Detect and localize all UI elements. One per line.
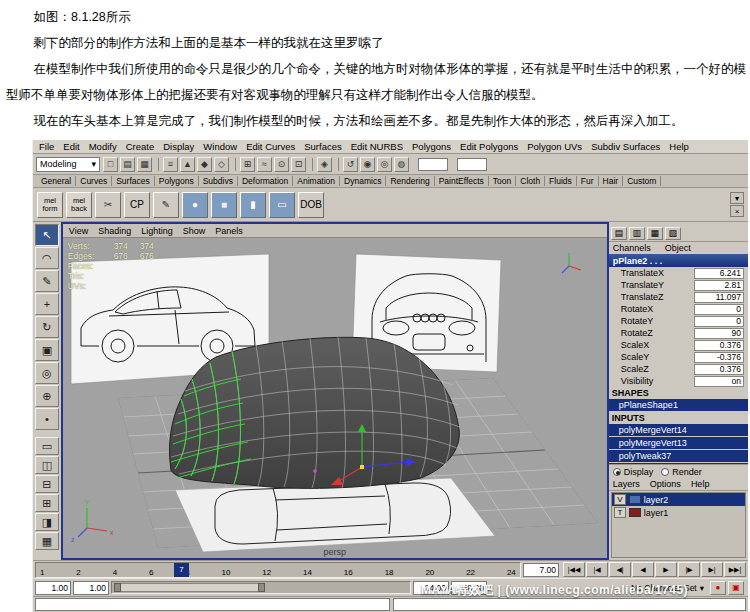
menu-item[interactable]: Polygons (412, 141, 451, 152)
paint-select-tool[interactable]: ✎ (35, 270, 59, 292)
select-tool[interactable]: ↖ (35, 224, 59, 246)
menu-item[interactable]: File (39, 141, 54, 152)
panel-menu-item[interactable]: Panels (215, 226, 243, 236)
menu-item[interactable]: Edit Curves (246, 141, 295, 152)
input-node[interactable]: polyTweak37 (609, 450, 748, 462)
car-mesh[interactable] (169, 337, 460, 488)
viewport-canvas[interactable]: y x z Verts: 374 374 (63, 238, 607, 558)
playback-range-bar[interactable] (114, 583, 263, 592)
channel-row[interactable]: ScaleX 0.376 (609, 339, 748, 351)
make-live-icon[interactable]: ◈ (317, 157, 332, 172)
layout-single-pane-button[interactable]: ▭ (35, 437, 59, 455)
shelf-tab[interactable]: Rendering (386, 176, 434, 186)
range-handle-left[interactable] (114, 583, 121, 592)
layout-two-pane-side-button[interactable]: ◫ (35, 456, 59, 474)
construction-history-icon[interactable]: ↺ (343, 157, 358, 172)
channel-value-field[interactable]: 0 (694, 316, 744, 327)
shelf-tab[interactable]: Polygons (155, 176, 199, 186)
mel-back-button[interactable]: mel back (66, 192, 92, 218)
shelf-tab[interactable]: Hair (599, 176, 624, 186)
shelf-tab[interactable]: Fluids (545, 176, 577, 186)
channel-row[interactable]: TranslateY 2.81 (609, 279, 748, 291)
open-scene-icon[interactable]: ▤ (120, 157, 135, 172)
layer-visibility-toggle[interactable]: V (614, 494, 626, 505)
panel-menu-item[interactable]: Lighting (141, 226, 173, 236)
save-scene-icon[interactable]: ▦ (137, 157, 152, 172)
render-globals-icon[interactable]: ◍ (394, 157, 409, 172)
current-frame-marker[interactable]: 7 (174, 563, 189, 577)
display-radio[interactable]: Display (613, 467, 654, 477)
shape-node[interactable]: pPlaneShape1 (609, 399, 748, 411)
shelf-tab[interactable]: Animation (293, 176, 340, 186)
channel-value-field[interactable]: 2.81 (694, 280, 744, 291)
sphere-primitive-icon[interactable]: ● (182, 192, 208, 218)
layout-outliner-persp-button[interactable]: ◨ (35, 513, 59, 531)
render-radio[interactable]: Render (661, 467, 702, 477)
channel-row[interactable]: RotateZ 90 (609, 327, 748, 339)
current-time-field[interactable]: 7.00 (523, 563, 559, 577)
auto-keyframe-button[interactable]: ● (710, 581, 726, 595)
animation-preferences-button[interactable]: ▣ (728, 581, 744, 595)
channel-value-field[interactable]: 0.376 (694, 364, 744, 375)
menu-set-selector[interactable]: Modeling ▾ (36, 157, 100, 172)
playback-start-field[interactable]: 1.00 (73, 581, 109, 595)
shelf-tab[interactable]: PaintEffects (435, 176, 489, 186)
rotate-tool[interactable]: ↻ (35, 316, 59, 338)
menu-item[interactable]: Edit NURBS (351, 141, 403, 152)
range-slider[interactable] (111, 581, 411, 594)
channel-sliders-button[interactable]: ▤ (611, 227, 627, 240)
step-forward-key-button[interactable]: ▶| (701, 562, 723, 577)
shelf-tab[interactable]: Custom (623, 176, 661, 186)
menu-item[interactable]: Window (203, 141, 237, 152)
channel-settings-button[interactable]: ▦ (647, 227, 663, 240)
shelf-tab[interactable]: Curves (76, 176, 112, 186)
time-slider[interactable]: 7 124681012141618202224 (35, 562, 521, 578)
panel-menu-item[interactable]: View (69, 226, 88, 236)
channel-box-menu-item[interactable]: Channels (613, 243, 651, 253)
shelf-tab[interactable]: Surfaces (112, 176, 155, 186)
channel-value-field[interactable]: 11.097 (694, 292, 744, 303)
channel-value-field[interactable]: -0.376 (694, 352, 744, 363)
channel-box-menu-item[interactable]: Object (665, 243, 691, 253)
input-node[interactable]: polyMergeVert13 (609, 437, 748, 449)
mel-form-button[interactable]: mel form (37, 192, 63, 218)
channel-row[interactable]: RotateY 0 (609, 315, 748, 327)
menu-item[interactable]: Modify (89, 141, 117, 152)
menu-item[interactable]: Surfaces (304, 141, 342, 152)
universal-manipulator-tool[interactable]: ◎ (35, 362, 59, 384)
layer-menu-item[interactable]: Layers (613, 479, 640, 489)
selected-object-name[interactable]: pPlane2 . . . (609, 254, 748, 267)
layer-color-swatch[interactable] (629, 508, 641, 517)
lasso-select-tool[interactable]: ◠ (35, 247, 59, 269)
command-input[interactable] (35, 598, 390, 611)
menu-item[interactable]: Edit Polygons (460, 141, 518, 152)
dob-shelf-button[interactable]: DOB (298, 192, 324, 218)
menu-item[interactable]: Help (669, 141, 689, 152)
menu-item[interactable]: Display (163, 141, 194, 152)
menu-item[interactable]: Edit (63, 141, 79, 152)
scale-tool[interactable]: ▣ (35, 339, 59, 361)
shelf-tab[interactable]: Fur (577, 176, 599, 186)
channel-row[interactable]: TranslateX 6.241 (609, 267, 748, 279)
channel-value-field[interactable]: 0 (694, 304, 744, 315)
panel-menu-item[interactable]: Shading (98, 226, 131, 236)
shelf-tab[interactable]: Cloth (516, 176, 545, 186)
step-back-frame-button[interactable]: ◀| (609, 562, 631, 577)
layer-menu-item[interactable]: Options (650, 479, 681, 489)
channel-row[interactable]: TranslateZ 11.097 (609, 291, 748, 303)
channel-value-field[interactable]: 0.376 (694, 340, 744, 351)
channel-row[interactable]: RotateX 0 (609, 303, 748, 315)
show-manip-panel-button[interactable]: ▧ (665, 227, 681, 240)
select-mask-icon[interactable]: ◇ (214, 157, 229, 172)
snap-grid-icon[interactable]: ⊞ (240, 157, 255, 172)
menu-item[interactable]: Polygon UVs (527, 141, 582, 152)
menu-item[interactable]: Subdiv Surfaces (591, 141, 660, 152)
channel-value-field[interactable]: 90 (694, 328, 744, 339)
channel-speed-button[interactable]: ▥ (629, 227, 645, 240)
go-to-start-button[interactable]: |◀◀ (563, 562, 585, 577)
snap-plane-icon[interactable]: ⊡ (291, 157, 306, 172)
layer-color-swatch[interactable] (629, 495, 641, 504)
select-component-icon[interactable]: ◆ (197, 157, 212, 172)
ipr-render-icon[interactable]: ◎ (377, 157, 392, 172)
show-manipulator-tool[interactable]: ⊕ (35, 385, 59, 407)
